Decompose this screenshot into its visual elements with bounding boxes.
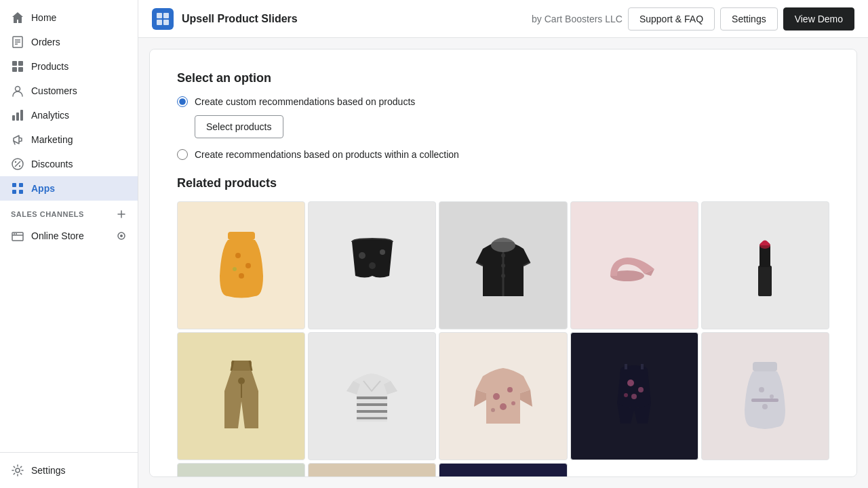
sidebar-item-discounts-label: Discounts xyxy=(31,159,73,169)
analytics-icon xyxy=(11,108,24,122)
svg-rect-18 xyxy=(12,190,16,194)
online-store-view-icon xyxy=(116,230,127,241)
sidebar-item-orders-label: Orders xyxy=(31,37,60,47)
product-card-3[interactable] xyxy=(570,201,698,329)
marketing-icon xyxy=(11,133,24,146)
sidebar-item-apps[interactable]: Apps xyxy=(0,176,138,201)
svg-rect-45 xyxy=(758,266,772,296)
radio-option-2-label: Create recommendations based on products… xyxy=(195,149,459,160)
svg-point-65 xyxy=(759,387,764,392)
svg-rect-5 xyxy=(18,61,23,66)
sidebar-item-customers-label: Customers xyxy=(31,85,77,96)
topbar-left: Upsell Product Sliders xyxy=(152,8,298,30)
svg-rect-11 xyxy=(20,110,23,121)
svg-rect-6 xyxy=(12,67,17,72)
svg-point-33 xyxy=(235,253,241,258)
product-card-0[interactable] xyxy=(177,201,305,329)
radio-option-2[interactable]: Create recommendations based on products… xyxy=(177,149,829,160)
product-card-12[interactable] xyxy=(439,463,567,477)
sidebar-item-orders[interactable]: Orders xyxy=(0,30,138,54)
settings-button[interactable]: Settings xyxy=(720,7,778,30)
related-products-title: Related products xyxy=(177,176,829,190)
topbar-meta: by Cart Boosters LLC xyxy=(532,14,623,24)
svg-point-43 xyxy=(501,274,505,278)
svg-point-67 xyxy=(762,404,768,409)
apps-icon xyxy=(11,182,24,195)
sidebar-item-analytics[interactable]: Analytics xyxy=(0,103,138,127)
sidebar-item-home[interactable]: Home xyxy=(0,5,138,30)
svg-rect-31 xyxy=(163,20,169,25)
svg-point-56 xyxy=(507,387,513,392)
product-card-4[interactable] xyxy=(701,201,829,329)
radio-collection[interactable] xyxy=(177,149,188,160)
svg-point-49 xyxy=(238,378,245,384)
svg-point-15 xyxy=(19,165,20,167)
svg-point-14 xyxy=(15,161,16,163)
svg-point-24 xyxy=(16,233,17,235)
svg-point-57 xyxy=(500,403,507,410)
svg-rect-28 xyxy=(157,13,162,18)
svg-point-39 xyxy=(369,262,376,269)
products-icon xyxy=(11,60,24,73)
svg-point-36 xyxy=(233,267,237,271)
svg-point-26 xyxy=(120,235,123,237)
svg-point-63 xyxy=(624,393,628,397)
svg-rect-4 xyxy=(12,61,17,66)
support-faq-button[interactable]: Support & FAQ xyxy=(628,7,715,30)
svg-rect-7 xyxy=(18,67,23,72)
radio-option-1[interactable]: Create custom recommendations based on p… xyxy=(177,96,829,107)
view-demo-button[interactable]: View Demo xyxy=(783,7,854,30)
add-sales-channel-button[interactable] xyxy=(116,209,127,220)
sidebar-item-settings[interactable]: Settings xyxy=(0,458,138,483)
sidebar-item-marketing-label: Marketing xyxy=(31,134,73,145)
product-card-1[interactable] xyxy=(308,201,436,329)
content-panel: Select an option Create custom recommend… xyxy=(149,49,857,477)
svg-rect-64 xyxy=(753,362,777,371)
sidebar-item-products[interactable]: Products xyxy=(0,54,138,79)
sidebar-nav: Home Orders Pr xyxy=(0,0,138,452)
svg-rect-32 xyxy=(228,232,255,240)
sidebar: Home Orders Pr xyxy=(0,0,138,488)
main-content: Upsell Product Sliders by Cart Boosters … xyxy=(138,0,868,488)
sidebar-item-home-label: Home xyxy=(31,12,56,23)
svg-point-37 xyxy=(359,252,366,259)
product-card-7[interactable] xyxy=(439,332,567,460)
svg-point-8 xyxy=(16,87,20,92)
sidebar-item-analytics-label: Analytics xyxy=(31,110,69,121)
sales-channels-label: SALES CHANNELS xyxy=(11,210,84,218)
svg-rect-68 xyxy=(751,399,778,402)
sidebar-bottom: Settings xyxy=(0,452,138,488)
product-card-9[interactable] xyxy=(701,332,829,460)
product-card-11[interactable] xyxy=(308,463,436,477)
sidebar-item-customers[interactable]: Customers xyxy=(0,79,138,103)
app-icon xyxy=(152,8,174,30)
svg-rect-9 xyxy=(12,115,15,121)
online-store-label: Online Store xyxy=(31,230,84,241)
select-option-title: Select an option xyxy=(177,71,829,85)
sidebar-item-marketing[interactable]: Marketing xyxy=(0,127,138,152)
product-card-6[interactable] xyxy=(308,332,436,460)
product-card-5[interactable] xyxy=(177,332,305,460)
radio-custom-products[interactable] xyxy=(177,96,188,107)
svg-rect-16 xyxy=(12,183,16,187)
svg-rect-17 xyxy=(19,183,23,187)
svg-point-61 xyxy=(638,387,644,392)
product-card-2[interactable] xyxy=(439,201,567,329)
svg-rect-10 xyxy=(16,113,19,121)
product-card-8[interactable] xyxy=(570,332,698,460)
content-area: Select an option Create custom recommend… xyxy=(138,38,868,488)
svg-point-35 xyxy=(239,273,244,279)
sidebar-item-discounts[interactable]: Discounts xyxy=(0,152,138,176)
sidebar-item-online-store[interactable]: Online Store xyxy=(0,224,138,248)
orders-icon xyxy=(11,35,24,49)
app-title: Upsell Product Sliders xyxy=(182,13,298,25)
customers-icon xyxy=(11,84,24,98)
products-grid xyxy=(177,201,829,477)
svg-point-55 xyxy=(493,393,500,400)
svg-point-60 xyxy=(627,380,634,386)
svg-point-23 xyxy=(14,233,15,235)
discounts-icon xyxy=(11,157,24,171)
select-products-button[interactable]: Select products xyxy=(195,115,283,138)
product-card-10[interactable] xyxy=(177,463,305,477)
svg-rect-29 xyxy=(163,13,169,18)
